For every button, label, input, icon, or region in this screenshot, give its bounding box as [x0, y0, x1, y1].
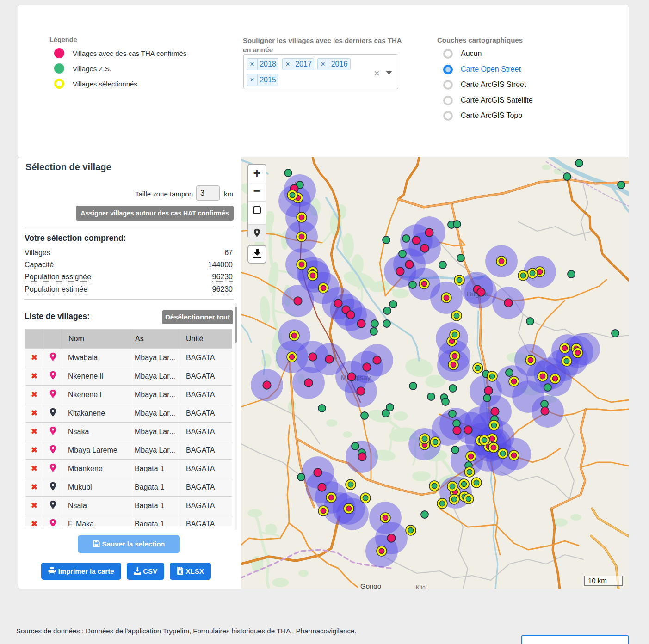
svg-text:Kitoi: Kitoi: [416, 584, 426, 589]
svg-text:Gongo: Gongo: [360, 582, 381, 589]
